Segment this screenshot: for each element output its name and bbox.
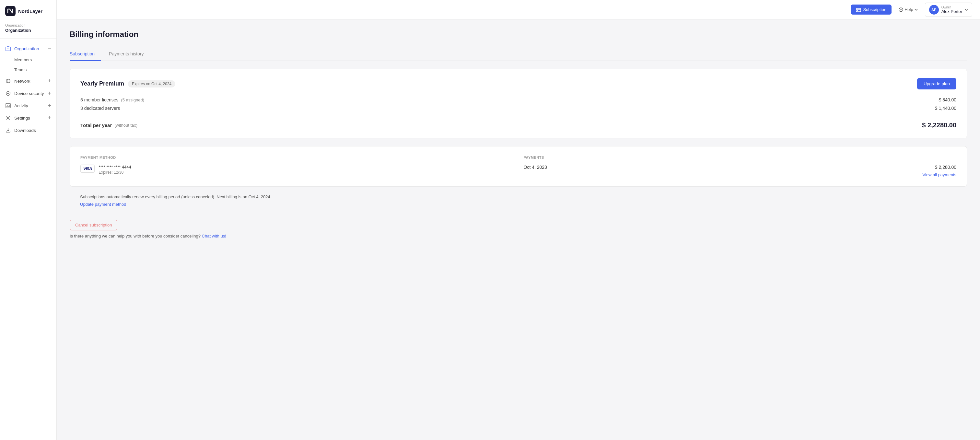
dedicated-servers-line: 3 dedicated servers $ 1,440.00 <box>80 106 956 111</box>
sidebar-item-network-label: Network <box>14 79 30 84</box>
sidebar-item-organization[interactable]: Organization − <box>0 43 56 55</box>
payment-date: Oct 4, 2023 <box>524 165 547 170</box>
svg-text:?: ? <box>900 8 902 12</box>
main-area: Subscription ? Help AP Owner Alex Porter <box>57 0 980 440</box>
cancel-note-prefix: Is there anything we can help you with b… <box>70 234 200 238</box>
sidebar-navigation: Organization − Members Teams Network + <box>0 38 56 440</box>
expand-activity-icon[interactable]: + <box>48 103 51 108</box>
svg-rect-3 <box>8 49 9 49</box>
sidebar: NordLayer Organization Organization Orga… <box>0 0 57 440</box>
sidebar-item-settings[interactable]: Settings + <box>0 112 56 124</box>
card-number: **** **** **** 4444 <box>99 165 131 170</box>
subscription-button-label: Subscription <box>863 7 886 12</box>
cancel-note: Is there anything we can help you with b… <box>70 234 967 238</box>
tab-subscription[interactable]: Subscription <box>70 48 101 61</box>
svg-rect-2 <box>7 49 8 49</box>
payment-entry: Oct 4, 2023 $ 2,280.00 <box>524 165 957 170</box>
download-icon <box>5 127 11 133</box>
expand-settings-icon[interactable]: + <box>48 115 51 121</box>
svg-rect-1 <box>6 47 10 51</box>
update-payment-link[interactable]: Update payment method <box>70 202 967 207</box>
chevron-down-icon <box>915 9 918 11</box>
settings-icon <box>5 115 11 121</box>
expand-device-security-icon[interactable]: + <box>48 91 51 96</box>
sidebar-item-teams-label: Teams <box>14 67 27 72</box>
view-all-payments-link[interactable]: View all payments <box>524 172 957 177</box>
org-section: Organization Organization <box>0 21 56 38</box>
user-role: Owner <box>942 5 962 9</box>
user-chevron-down-icon <box>965 9 968 11</box>
sidebar-item-settings-label: Settings <box>14 116 30 121</box>
cancel-section: Cancel subscription Is there anything we… <box>70 214 967 238</box>
page-content: Billing information Subscription Payment… <box>57 19 980 440</box>
cancel-subscription-button[interactable]: Cancel subscription <box>70 220 117 230</box>
member-licenses-line: 5 member licenses (5 assigned) $ 840.00 <box>80 97 956 102</box>
shield-icon <box>5 91 11 96</box>
svg-rect-0 <box>5 6 16 16</box>
collapse-icon[interactable]: − <box>48 46 51 51</box>
network-icon <box>5 78 11 84</box>
payment-section: PAYMENT METHOD VISA **** **** **** 4444 … <box>70 146 967 187</box>
payment-method-title: PAYMENT METHOD <box>80 156 513 159</box>
expand-network-icon[interactable]: + <box>48 78 51 84</box>
user-name: Alex Porter <box>942 9 962 14</box>
visa-card-row: VISA **** **** **** 4444 Expires: 12/30 <box>80 165 513 175</box>
svg-rect-14 <box>857 10 858 11</box>
user-info: Owner Alex Porter <box>942 5 962 14</box>
dedicated-servers-amount: $ 1,440.00 <box>935 106 956 111</box>
plan-header: Yearly Premium Expires on Oct 4, 2024 Up… <box>80 78 956 89</box>
plan-title-row: Yearly Premium Expires on Oct 4, 2024 <box>80 80 175 87</box>
svg-rect-13 <box>856 8 861 12</box>
logo: NordLayer <box>0 0 56 21</box>
card-expiry: Expires: 12/30 <box>99 170 131 175</box>
payment-amount: $ 2,280.00 <box>935 165 956 170</box>
card-details: **** **** **** 4444 Expires: 12/30 <box>99 165 131 175</box>
sidebar-item-activity[interactable]: Activity + <box>0 100 56 112</box>
sidebar-item-downloads-label: Downloads <box>14 128 36 133</box>
sidebar-item-activity-label: Activity <box>14 103 28 108</box>
org-label: Organization <box>5 23 51 27</box>
sidebar-item-device-security[interactable]: Device security + <box>0 87 56 100</box>
sidebar-item-organization-label: Organization <box>14 46 39 51</box>
activity-icon <box>5 103 11 108</box>
notice-area: Subscriptions automatically renew every … <box>70 194 967 207</box>
payments-column: PAYMENTS Oct 4, 2023 $ 2,280.00 View all… <box>524 156 957 177</box>
payments-title: PAYMENTS <box>524 156 957 159</box>
user-menu[interactable]: AP Owner Alex Porter <box>925 3 972 17</box>
member-licenses-amount: $ 840.00 <box>939 97 957 102</box>
member-licenses-assigned: (5 assigned) <box>121 97 145 102</box>
sidebar-item-members[interactable]: Members <box>0 55 56 65</box>
tabs: Subscription Payments history <box>70 48 967 61</box>
notice-text: Subscriptions automatically renew every … <box>70 194 967 199</box>
sidebar-item-downloads[interactable]: Downloads <box>0 124 56 137</box>
total-label: Total per year <box>80 122 112 128</box>
plan-expiry-badge: Expires on Oct 4, 2024 <box>128 80 175 87</box>
sidebar-item-teams[interactable]: Teams <box>0 65 56 75</box>
sidebar-item-members-label: Members <box>14 57 32 62</box>
upgrade-plan-button[interactable]: Upgrade plan <box>917 78 956 89</box>
user-initials: AP <box>931 8 936 12</box>
total-amount: $ 2,2280.00 <box>922 121 956 129</box>
dedicated-servers-label: 3 dedicated servers <box>80 106 120 111</box>
svg-point-12 <box>8 117 9 119</box>
building-icon <box>5 46 11 51</box>
member-licenses-label: 5 member licenses <box>80 97 119 102</box>
plan-name: Yearly Premium <box>80 80 124 87</box>
plan-total-row: Total per year (without tax) $ 2,2280.00 <box>80 121 956 129</box>
chat-with-us-link[interactable]: Chat with us! <box>202 234 226 238</box>
brand-name: NordLayer <box>18 8 43 14</box>
help-button[interactable]: ? Help <box>896 5 921 14</box>
subscription-button[interactable]: Subscription <box>851 5 891 14</box>
total-note: (without tax) <box>115 123 137 128</box>
plan-divider <box>80 116 956 116</box>
help-button-label: Help <box>905 7 913 12</box>
payment-method-column: PAYMENT METHOD VISA **** **** **** 4444 … <box>80 156 513 177</box>
nordlayer-logo-icon <box>5 6 16 16</box>
plan-card: Yearly Premium Expires on Oct 4, 2024 Up… <box>70 69 967 138</box>
user-avatar: AP <box>929 5 939 14</box>
visa-logo: VISA <box>80 165 95 173</box>
org-name: Organization <box>5 28 31 33</box>
sidebar-item-device-security-label: Device security <box>14 91 44 96</box>
sidebar-item-network[interactable]: Network + <box>0 75 56 87</box>
tab-payments-history[interactable]: Payments history <box>109 48 150 61</box>
